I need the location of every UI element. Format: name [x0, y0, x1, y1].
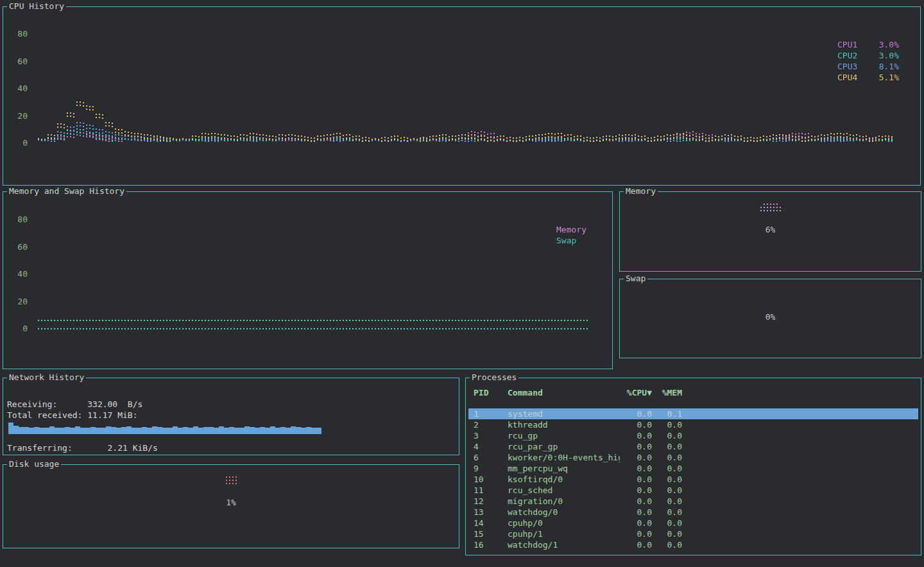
process-command: ksoftirqd/0	[508, 474, 620, 485]
cpu-history-panel: CPU History 806040200 CPU13.0%CPU23.0%CP…	[3, 6, 921, 186]
process-row[interactable]: 15cpuhp/10.00.0	[468, 528, 918, 539]
legend-item: Memory	[556, 224, 608, 235]
legend-label: Memory	[556, 224, 586, 235]
legend-label: CPU2	[837, 50, 857, 61]
process-table-body: 1systemd0.00.12kthreadd0.00.03rcu_gp0.00…	[468, 408, 918, 550]
legend-label: CPU3	[837, 61, 857, 72]
process-cpu: 0.0	[620, 441, 652, 452]
process-command: kworker/0:0H-events_high	[508, 452, 620, 463]
process-pid: 2	[474, 419, 508, 430]
cpu-legend: CPU13.0%CPU23.0%CPU38.1%CPU45.1%	[837, 39, 899, 83]
y-tick-label: 40	[8, 83, 28, 94]
process-pid: 12	[474, 496, 508, 507]
y-tick-label: 20	[8, 296, 28, 307]
disk-usage-panel: Disk usage 1%	[3, 464, 459, 548]
process-pid: 11	[474, 485, 508, 496]
memory-swap-history-title: Memory and Swap History	[7, 186, 126, 196]
process-cpu: 0.0	[620, 408, 652, 419]
process-pid: 15	[474, 528, 508, 539]
memory-gauge-dots	[759, 203, 782, 213]
process-cpu: 0.0	[620, 452, 652, 463]
legend-item: CPU38.1%	[837, 61, 899, 72]
process-pid: 10	[474, 474, 508, 485]
cpu-history-chart	[33, 30, 899, 152]
process-row[interactable]: 10ksoftirqd/00.00.0	[468, 474, 918, 485]
legend-label: Swap	[556, 235, 576, 246]
processes-panel: Processes PID Command %CPU▼ %MEM 1system…	[465, 378, 921, 555]
y-tick-label: 20	[8, 110, 28, 121]
process-row[interactable]: 4rcu_par_gp0.00.0	[468, 441, 918, 452]
process-row[interactable]: 6kworker/0:0H-events_high0.00.0	[468, 452, 918, 463]
y-tick-label: 40	[8, 268, 28, 279]
legend-label: CPU4	[837, 72, 857, 83]
process-command: watchdog/0	[508, 507, 620, 518]
swap-gauge-title: Swap	[624, 274, 647, 284]
legend-item: CPU13.0%	[837, 39, 899, 50]
process-mem: 0.0	[652, 430, 682, 441]
process-row[interactable]: 11rcu_sched0.00.0	[468, 485, 918, 496]
y-tick-label: 0	[8, 323, 28, 334]
process-pid: 4	[474, 441, 508, 452]
column-header-mem[interactable]: %MEM	[652, 387, 682, 398]
process-command: cpuhp/1	[508, 528, 620, 539]
process-row[interactable]: 14cpuhp/00.00.0	[468, 518, 918, 528]
process-command: systemd	[508, 408, 620, 419]
system-monitor-app: CPU History 806040200 CPU13.0%CPU23.0%CP…	[0, 0, 924, 567]
legend-item: CPU23.0%	[837, 50, 899, 61]
process-row[interactable]: 1systemd0.00.1	[468, 408, 918, 419]
memory-swap-legend: MemorySwap	[556, 224, 608, 246]
network-total-received-text: Total received: 11.17 MiB:	[7, 410, 138, 421]
process-mem: 0.0	[652, 496, 682, 507]
process-mem: 0.0	[652, 485, 682, 496]
process-mem: 0.0	[652, 507, 682, 518]
column-header-cpu[interactable]: %CPU▼	[620, 387, 652, 398]
network-receiving-text: Receiving: 332.00 B/s	[7, 399, 142, 410]
process-command: cpuhp/0	[508, 518, 620, 528]
process-pid: 3	[474, 430, 508, 441]
column-header-command[interactable]: Command	[508, 387, 620, 398]
memory-gauge-title: Memory	[624, 186, 658, 196]
process-row[interactable]: 12migration/00.00.0	[468, 496, 918, 507]
process-cpu: 0.0	[620, 539, 652, 550]
y-tick-label: 60	[8, 56, 28, 67]
process-pid: 14	[474, 518, 508, 528]
process-mem: 0.0	[652, 452, 682, 463]
process-row[interactable]: 3rcu_gp0.00.0	[468, 430, 918, 441]
y-tick-label: 0	[8, 137, 28, 148]
legend-item: CPU45.1%	[837, 72, 899, 83]
process-cpu: 0.0	[620, 507, 652, 518]
disk-gauge-percent: 1%	[3, 497, 459, 508]
process-row[interactable]: 13watchdog/00.00.0	[468, 507, 918, 518]
process-mem: 0.0	[652, 528, 682, 539]
y-tick-label: 80	[8, 214, 28, 225]
process-command: rcu_sched	[508, 485, 620, 496]
memory-gauge-panel: Memory 6%	[619, 191, 921, 272]
network-history-title: Network History	[7, 372, 86, 383]
process-command: rcu_par_gp	[508, 441, 620, 452]
process-command: migration/0	[508, 496, 620, 507]
network-sparkline-chart	[8, 420, 321, 434]
process-command: mm_percpu_wq	[508, 463, 620, 474]
process-cpu: 0.0	[620, 474, 652, 485]
disk-usage-title: Disk usage	[7, 459, 61, 469]
network-history-panel: Network History Receiving: 332.00 B/s To…	[3, 378, 459, 455]
swap-gauge-panel: Swap 0%	[619, 279, 921, 358]
legend-value: 3.0%	[879, 39, 899, 50]
process-row[interactable]: 2kthreadd0.00.0	[468, 419, 918, 430]
process-mem: 0.0	[652, 419, 682, 430]
process-row[interactable]: 16watchdog/10.00.0	[468, 539, 918, 550]
process-command: rcu_gp	[508, 430, 620, 441]
process-pid: 13	[474, 507, 508, 518]
process-pid: 1	[474, 408, 508, 419]
process-cpu: 0.0	[620, 528, 652, 539]
process-pid: 16	[474, 539, 508, 550]
memory-swap-history-chart	[33, 213, 610, 341]
memory-gauge-percent: 6%	[620, 224, 921, 235]
process-row[interactable]: 9mm_percpu_wq0.00.0	[468, 463, 918, 474]
process-cpu: 0.0	[620, 463, 652, 474]
process-cpu: 0.0	[620, 430, 652, 441]
processes-title: Processes	[470, 372, 518, 383]
memory-swap-history-panel: Memory and Swap History 806040200 Memory…	[3, 191, 613, 369]
process-mem: 0.0	[652, 539, 682, 550]
column-header-pid[interactable]: PID	[474, 387, 508, 398]
